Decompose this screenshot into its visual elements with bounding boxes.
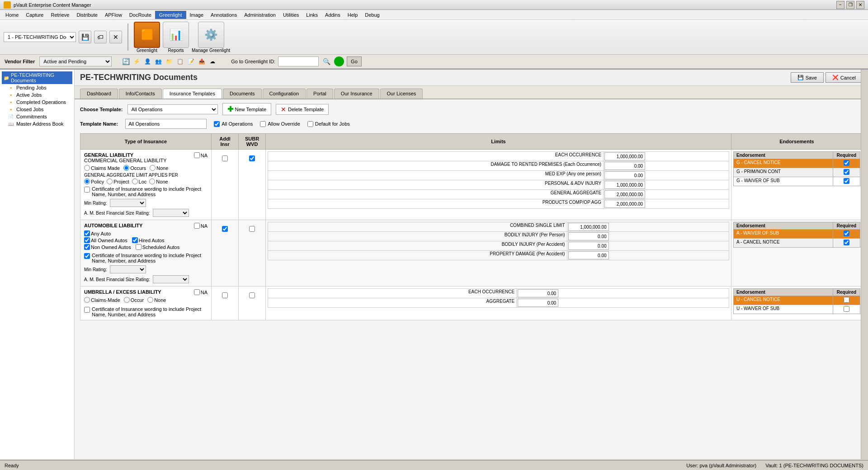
template-dropdown[interactable]: All Operations [127,104,218,114]
save-button[interactable]: 💾 Save [791,72,824,83]
document-dropdown[interactable]: 1 - PE-TECHWRITING Documer... [4,32,76,42]
gl-subr-checkbox[interactable] [249,155,255,161]
auto-addl-checkbox[interactable] [222,226,228,232]
menu-home[interactable]: Home [2,11,22,19]
menu-debug[interactable]: Debug [361,11,383,19]
tab-dashboard[interactable]: Dashboard [80,89,118,99]
reports-button[interactable]: 📊 [163,22,189,48]
auto-all-owned-checkbox[interactable] [84,237,90,243]
gl-min-rating-select[interactable] [110,199,146,207]
menu-distribute[interactable]: Distribute [73,11,101,19]
menu-greenlight[interactable]: Greenlight [155,11,186,19]
tab-documents[interactable]: Documents [223,89,262,99]
sidebar-item-closed-jobs[interactable]: 🔸 Closed Jobs [6,106,72,113]
auto-bodily-person-input[interactable] [568,232,609,240]
tab-configuration[interactable]: Configuration [263,89,306,99]
sidebar-item-master-address[interactable]: 📖 Master Address Book [6,120,72,127]
auto-min-rating-select[interactable] [110,265,146,273]
tab-our-licenses[interactable]: Our Licenses [380,89,423,99]
minimize-button[interactable]: − [836,1,844,9]
cancel-button[interactable]: ❌ Cancel [826,72,863,83]
sidebar-item-pe-techwriting[interactable]: 📁 PE-TECHWRITING Documents [2,71,72,84]
menu-administration[interactable]: Administration [241,11,279,19]
umbrella-endorsement-2-checkbox[interactable] [844,306,849,312]
title-bar-buttons[interactable]: − ❐ ✕ [836,1,864,9]
menu-image[interactable]: Image [186,11,208,19]
gl-loc-radio[interactable] [132,179,138,184]
sidebar-item-commitments[interactable]: 📄 Commitments [6,113,72,120]
gl-policy-radio[interactable] [84,179,90,184]
auto-property-damage-input[interactable] [568,251,609,259]
icon-btn-6[interactable]: 📋 [175,56,185,66]
icon-btn-9[interactable]: ☁ [208,56,217,66]
gl-none2-radio[interactable] [149,179,155,184]
auto-endorsement-1-checkbox[interactable] [844,230,849,236]
umbrella-cert-checkbox[interactable] [84,307,90,313]
gl-na-checkbox[interactable] [194,152,200,158]
gl-products-comp-input[interactable] [604,200,645,208]
go-green-button[interactable] [334,56,344,66]
gl-none-radio[interactable] [150,165,156,171]
tab-portal[interactable]: Portal [307,89,333,99]
search-icon-button[interactable]: 🔍 [321,56,331,66]
umbrella-endorsement-1-checkbox[interactable] [844,297,849,303]
gl-am-best-select[interactable] [153,209,189,217]
sidebar-item-completed-operations[interactable]: 🔸 Completed Operations [6,99,72,106]
auto-subr-checkbox[interactable] [249,226,255,232]
go-button[interactable]: Go [347,56,362,66]
allow-override-checkbox[interactable] [260,121,266,127]
gl-personal-adv-input[interactable] [604,181,645,189]
flag-button[interactable]: 🏷 [94,31,107,43]
umbrella-addl-checkbox[interactable] [222,292,228,298]
greenlight-button[interactable]: 🟧 [134,22,160,48]
auto-combined-input[interactable] [568,223,609,231]
menu-help[interactable]: Help [344,11,362,19]
delete-template-button[interactable]: ✕ Delete Template [276,104,329,115]
menu-links[interactable]: Links [302,11,321,19]
gl-project-radio[interactable] [107,179,113,184]
greenlight-id-input[interactable] [278,56,319,66]
umbrella-na-checkbox[interactable] [194,289,200,295]
icon-btn-3[interactable]: 👤 [142,56,152,66]
menu-retrieve[interactable]: Retrieve [47,11,73,19]
umbrella-each-occ-input[interactable] [518,289,558,297]
menu-apflow[interactable]: APFlow [101,11,126,19]
auto-hired-checkbox[interactable] [132,237,138,243]
umbrella-claims-radio[interactable] [84,297,90,303]
menu-addins[interactable]: Addins [321,11,344,19]
new-template-button[interactable]: ✚ New Template [222,103,272,115]
gl-claims-made-radio[interactable] [84,165,90,171]
menu-capture[interactable]: Capture [22,11,47,19]
gl-occurs-radio[interactable] [123,165,129,171]
auto-cert-checkbox[interactable] [84,253,90,259]
umbrella-aggregate-input[interactable] [518,299,558,307]
gl-endorsement-2-checkbox[interactable] [844,169,849,175]
gl-each-occ-input[interactable] [604,152,645,160]
sidebar-item-active-jobs[interactable]: 🔸 Active Jobs [6,91,72,99]
auto-am-best-select[interactable] [153,275,189,283]
icon-btn-7[interactable]: 📝 [186,56,196,66]
active-pending-dropdown[interactable]: Active and Pending [39,56,112,66]
umbrella-occur-radio[interactable] [124,297,130,303]
auto-scheduled-checkbox[interactable] [136,244,142,250]
menu-utilities[interactable]: Utilities [279,11,302,19]
manage-greenlight-button[interactable]: ⚙️ [198,22,224,48]
save-small-button[interactable]: 💾 [79,31,91,43]
icon-btn-1[interactable]: 🔄 [121,56,131,66]
scroll-bar-right[interactable] [861,70,868,459]
auto-bodily-accident-input[interactable] [568,242,609,250]
tab-info-contacts[interactable]: Info/Contacts [119,89,162,99]
default-for-jobs-checkbox[interactable] [307,121,313,127]
menu-annotations[interactable]: Annotations [207,11,241,19]
gl-general-agg-input[interactable] [604,190,645,198]
auto-any-auto-checkbox[interactable] [84,230,90,236]
menu-docroute[interactable]: DocRoute [126,11,155,19]
tab-insurance-templates[interactable]: Insurance Templates [163,89,222,99]
gl-endorsement-1-checkbox[interactable] [844,160,849,166]
auto-endorsement-2-checkbox[interactable] [844,240,849,245]
icon-btn-5[interactable]: 📁 [164,56,174,66]
close-button[interactable]: ✕ [856,1,864,9]
template-name-input[interactable] [125,119,207,129]
sidebar-item-pending-jobs[interactable]: 🔸 Pending Jobs [6,84,72,91]
umbrella-none-radio[interactable] [147,297,153,303]
